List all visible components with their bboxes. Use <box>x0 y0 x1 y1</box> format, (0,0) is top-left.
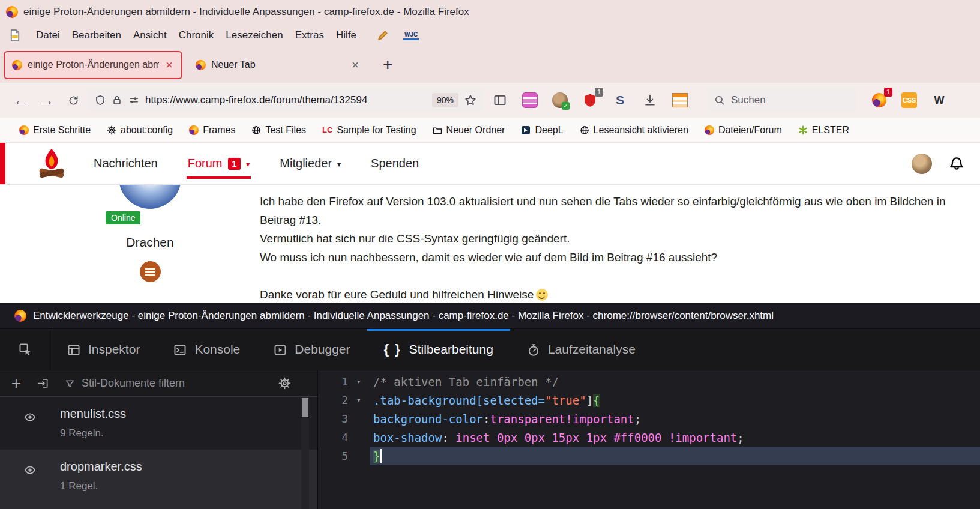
url-text[interactable]: https://www.camp-firefox.de/forum/thema/… <box>145 94 426 106</box>
table-extension-icon[interactable] <box>670 90 690 110</box>
search-bar[interactable]: Suchen <box>707 88 856 112</box>
import-stylesheet-button[interactable] <box>31 372 54 395</box>
elster-icon <box>798 125 808 136</box>
css-code-editor[interactable]: 1▾/* aktiven Tab einfärben */2▾.tab-back… <box>318 370 980 509</box>
menu-item[interactable]: Lesezeichen <box>220 26 289 44</box>
campfire-logo-icon[interactable] <box>35 147 68 181</box>
browser-tab[interactable]: Neuer Tab× <box>188 51 367 79</box>
back-button[interactable]: ← <box>8 89 32 112</box>
devtools-tab-inspektor[interactable]: Inspektor <box>50 329 157 370</box>
partial-extension-icon[interactable]: W <box>929 90 949 110</box>
code-text: background-color:transparent!important; <box>370 409 980 428</box>
stylesheet-item[interactable]: dropmarker.css1 Regel. <box>0 450 317 502</box>
css-extension-icon[interactable]: CSS <box>899 90 919 110</box>
devtools-tab-stilbearbeitung[interactable]: { }Stilbearbeitung <box>367 329 510 370</box>
ublock-origin-icon[interactable]: 1 <box>580 90 600 110</box>
code-line[interactable]: 4box-shadow: inset 0px 0px 15px 1px #ff0… <box>318 428 980 447</box>
gear-icon <box>107 125 116 136</box>
stylesheet-item[interactable]: menulist.css9 Regeln. <box>0 397 317 450</box>
browser-tab[interactable]: einige Proton-Änderungen abm× <box>4 51 182 79</box>
bookmark-item[interactable]: Dateien/Forum <box>705 125 782 136</box>
download-icon[interactable] <box>640 90 660 110</box>
devtools-tab-konsole[interactable]: Konsole <box>157 329 257 370</box>
devtools-title: Entwicklerwerkzeuge - einige Proton-Ände… <box>33 310 774 322</box>
bookmark-item[interactable]: LCSample for Testing <box>322 125 416 136</box>
bookmark-item[interactable]: Leseansicht aktivieren <box>580 125 688 136</box>
line-number: 4 <box>318 431 348 444</box>
devtools-tab-laufzeitanalyse[interactable]: Laufzeitanalyse <box>510 329 652 370</box>
bookmark-label: Erste Schritte <box>33 125 91 136</box>
stylesheet-name: menulist.css <box>60 407 126 421</box>
code-line[interactable]: 5} <box>318 447 980 465</box>
chevron-down-icon: ▾ <box>246 160 250 169</box>
menu-item[interactable]: Extras <box>289 26 330 44</box>
code-line[interactable]: 2▾.tab-background[selected="true"]{ <box>318 391 980 409</box>
pencil-icon[interactable] <box>377 29 389 41</box>
bookmark-item[interactable]: DeepL <box>521 125 563 136</box>
zoom-level-badge[interactable]: 90% <box>432 93 458 107</box>
bookmark-item[interactable]: Test Files <box>251 125 306 136</box>
site-nav-item[interactable]: Nachrichten <box>94 143 158 184</box>
bookmark-item[interactable]: about:config <box>107 125 173 136</box>
account-extension-icon[interactable]: ✓ <box>550 90 570 110</box>
bookmark-item[interactable]: Neuer Ordner <box>433 125 505 136</box>
notification-bell-icon[interactable] <box>949 156 964 172</box>
menu-item[interactable]: Datei <box>30 26 66 44</box>
tracking-protection-shield-icon[interactable] <box>95 95 106 106</box>
tab-favicon-icon <box>12 60 22 70</box>
bookmark-star-icon[interactable] <box>464 94 476 106</box>
stylus-extension-icon[interactable]: S <box>610 90 630 110</box>
devtools-settings-gear-icon[interactable] <box>278 377 291 390</box>
site-nav-item[interactable]: Forum1▾ <box>188 143 250 184</box>
styleeditor-toolbar: + Stil-Dokumente filtern <box>0 370 317 397</box>
site-red-stripe <box>0 143 5 184</box>
post-author-name[interactable]: Drachen <box>84 235 216 250</box>
reload-button[interactable] <box>61 89 85 112</box>
new-tab-button[interactable]: + <box>383 56 392 73</box>
sidebar-icon[interactable] <box>490 90 510 110</box>
menu-item[interactable]: Ansicht <box>127 26 173 44</box>
bookmark-item[interactable]: ELSTER <box>798 125 849 136</box>
bookmark-item[interactable]: Erste Schritte <box>19 125 91 136</box>
fold-arrow-icon[interactable]: ▾ <box>348 396 370 405</box>
post-author-avatar[interactable] <box>119 185 181 209</box>
firefox-icon <box>189 125 199 135</box>
element-picker-icon[interactable] <box>0 329 50 370</box>
devtools-tab-label: Stilbearbeitung <box>409 342 493 357</box>
code-line[interactable]: 3background-color:transparent!important; <box>318 409 980 428</box>
visibility-eye-icon[interactable] <box>0 460 60 476</box>
wjc-extension-icon[interactable]: WJC <box>403 31 419 40</box>
visibility-eye-icon[interactable] <box>0 407 60 423</box>
post-text-line: Wo muss ich nun nachbessern, damit es wi… <box>260 248 969 267</box>
bookmark-item[interactable]: Frames <box>189 125 235 136</box>
tab-close-icon[interactable]: × <box>350 58 360 72</box>
devtools-tab-debugger[interactable]: Debugger <box>257 329 367 370</box>
check-badge: ✓ <box>562 102 570 110</box>
tab-bar: einige Proton-Änderungen abm×Neuer Tab× … <box>0 47 980 83</box>
filter-stylesheets-input[interactable]: Stil-Dokumente filtern <box>65 377 275 390</box>
menu-item[interactable]: Chronik <box>173 26 220 44</box>
permissions-icon[interactable] <box>128 95 139 106</box>
menu-item[interactable]: Hilfe <box>330 26 362 44</box>
url-bar[interactable]: https://www.camp-firefox.de/forum/thema/… <box>88 88 484 112</box>
lock-icon[interactable] <box>112 95 122 106</box>
document-icon[interactable] <box>8 29 22 42</box>
stylesheet-rule-count: 9 Regeln. <box>60 427 126 439</box>
firefox-account-alert-icon[interactable]: 1 <box>869 90 889 110</box>
site-nav-item[interactable]: Spenden <box>371 143 419 184</box>
code-line[interactable]: 1▾/* aktiven Tab einfärben */ <box>318 372 980 391</box>
user-avatar[interactable] <box>912 154 932 174</box>
scrollbar-thumb[interactable] <box>302 398 308 417</box>
post-text-line: Danke vorab für eure Geduld und hilfreic… <box>260 285 969 303</box>
tab-close-icon[interactable]: × <box>164 58 174 72</box>
fold-arrow-icon[interactable]: ▾ <box>348 377 370 386</box>
globe-icon <box>251 125 261 136</box>
screenshot-extension-icon[interactable] <box>520 90 540 110</box>
site-nav-item[interactable]: Mitglieder▾ <box>280 143 341 184</box>
devtools-tab-label: Inspektor <box>88 342 140 357</box>
menu-item[interactable]: Bearbeiten <box>66 26 127 44</box>
forward-button[interactable]: → <box>35 89 59 112</box>
sidebar-scrollbar[interactable] <box>301 397 309 509</box>
line-number: 2 <box>318 394 348 406</box>
new-stylesheet-button[interactable]: + <box>5 372 28 395</box>
